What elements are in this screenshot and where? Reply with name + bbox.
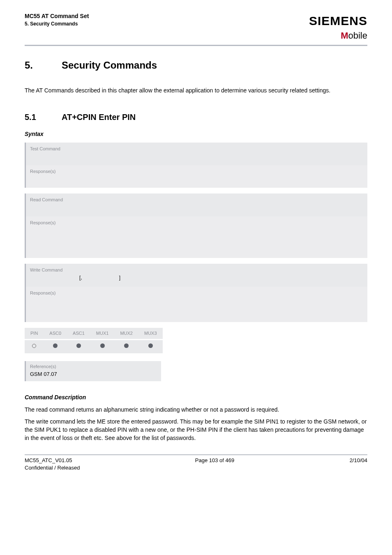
test-command-block: Test Command (25, 143, 367, 165)
doc-title: MC55 AT Command Set (25, 12, 89, 21)
page-header: MC55 AT Command Set 5. Security Commands… (25, 12, 367, 42)
read-command-block: Read Command (25, 193, 367, 216)
applies-cell-mux1 (90, 340, 115, 354)
chapter-title-text: Security Commands (62, 60, 157, 71)
reference-value: GSM 07.07 (30, 371, 157, 378)
test-response-block: Response(s) (25, 165, 367, 188)
chapter-title: 5.Security Commands (25, 58, 367, 72)
header-left: MC55 AT Command Set 5. Security Commands (25, 12, 89, 27)
header-divider (25, 45, 367, 46)
section-number: 5.1 (25, 111, 62, 123)
write-command-block: Write Command [,] (25, 264, 367, 286)
applies-col-asc1: ASC1 (67, 328, 90, 340)
read-command-content (30, 203, 363, 213)
write-response-content (30, 296, 363, 319)
command-description-label: Command Description (25, 394, 367, 402)
syntax-label: Syntax (25, 130, 367, 138)
applies-col-mux3: MUX3 (138, 328, 163, 340)
applies-cell-asc0 (44, 340, 67, 354)
write-command-content: [,] (30, 274, 363, 283)
reference-label: Reference(s) (30, 364, 157, 370)
circle-fill-icon (76, 343, 81, 348)
circle-fill-icon (148, 343, 153, 348)
applies-cell-asc1 (67, 340, 90, 354)
applies-col-mux1: MUX1 (90, 328, 115, 340)
breadcrumb: 5. Security Commands (25, 21, 89, 28)
page-footer: MC55_ATC_V01.05 Confidential / Released … (25, 457, 367, 472)
read-command-label: Read Command (30, 197, 363, 203)
chapter-intro: The AT Commands described in this chapte… (25, 87, 367, 95)
applies-col-mux2: MUX2 (114, 328, 138, 340)
test-response-content (30, 175, 363, 184)
applies-table: PIN ASC0 ASC1 MUX1 MUX2 MUX3 (25, 328, 163, 355)
circle-fill-icon (100, 343, 105, 348)
circle-fill-icon (124, 343, 129, 348)
circle-fill-icon (53, 343, 58, 348)
write-response-label: Response(s) (30, 290, 363, 296)
test-command-content (30, 152, 363, 162)
command-description-p2: The write command lets the ME store the … (25, 418, 367, 442)
footer-date: 2/10/04 (350, 457, 367, 472)
brand-logo: SIEMENS (309, 12, 367, 30)
circle-open-icon (32, 344, 36, 348)
read-response-content (30, 226, 363, 255)
write-bracket-open: [, (79, 275, 82, 281)
applies-cell-pin (25, 340, 44, 354)
test-response-label: Response(s) (30, 168, 363, 175)
applies-header-row: PIN ASC0 ASC1 MUX1 MUX2 MUX3 (25, 328, 163, 340)
chapter-number: 5. (25, 58, 62, 72)
read-response-block: Response(s) (25, 216, 367, 258)
brand-sub-m: M (341, 30, 348, 41)
command-description-p1: The read command returns an alphanumeric… (25, 406, 367, 414)
brand-sub: Mobile (309, 30, 367, 42)
section-title-text: AT+CPIN Enter PIN (62, 113, 136, 122)
reference-block: Reference(s) GSM 07.07 (25, 361, 161, 382)
applies-col-asc0: ASC0 (44, 328, 67, 340)
applies-value-row (25, 340, 163, 354)
write-command-label: Write Command (30, 267, 363, 273)
applies-cell-mux3 (138, 340, 163, 354)
footer-divider (25, 454, 367, 455)
brand-sub-rest: obile (348, 30, 367, 41)
test-command-group: Test Command Response(s) (25, 143, 367, 188)
footer-left: MC55_ATC_V01.05 Confidential / Released (25, 457, 80, 472)
write-bracket-close: ] (119, 275, 120, 281)
read-command-group: Read Command Response(s) (25, 193, 367, 258)
footer-confidential: Confidential / Released (25, 464, 80, 472)
read-response-label: Response(s) (30, 220, 363, 226)
write-response-block: Response(s) (25, 287, 367, 322)
footer-page: Page 103 of 469 (195, 457, 234, 472)
applies-col-pin: PIN (25, 328, 44, 340)
header-right: SIEMENS Mobile (309, 12, 367, 42)
test-command-label: Test Command (30, 146, 363, 152)
section-title: 5.1AT+CPIN Enter PIN (25, 111, 367, 123)
applies-cell-mux2 (114, 340, 138, 354)
write-command-group: Write Command [,] Response(s) (25, 264, 367, 322)
footer-doc-id: MC55_ATC_V01.05 (25, 457, 80, 464)
